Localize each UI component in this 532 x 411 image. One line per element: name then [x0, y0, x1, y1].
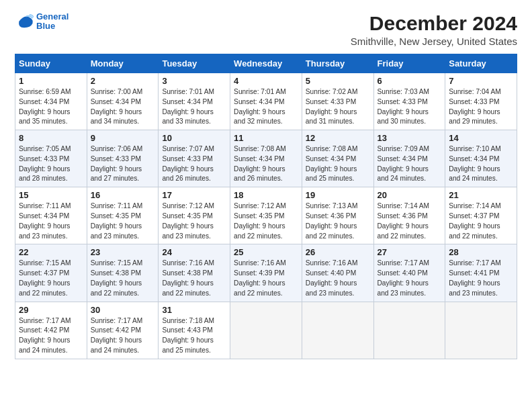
day-number: 4: [234, 76, 298, 86]
calendar-cell: 20 Sunrise: 7:14 AMSunset: 4:36 PMDaylig…: [373, 187, 445, 244]
subtitle: Smithville, New Jersey, United States: [351, 36, 517, 47]
calendar-cell: 26 Sunrise: 7:16 AMSunset: 4:40 PMDaylig…: [302, 244, 373, 302]
day-number: 29: [19, 305, 83, 315]
calendar-cell: 7 Sunrise: 7:04 AMSunset: 4:33 PMDayligh…: [445, 73, 517, 130]
day-info: Sunrise: 7:01 AMSunset: 4:34 PMDaylight:…: [162, 88, 214, 125]
col-wednesday: Wednesday: [230, 54, 302, 73]
day-info: Sunrise: 7:09 AMSunset: 4:34 PMDaylight:…: [378, 145, 430, 182]
calendar-cell: 6 Sunrise: 7:03 AMSunset: 4:33 PMDayligh…: [373, 73, 445, 130]
calendar-cell: [445, 302, 517, 359]
calendar-cell: 28 Sunrise: 7:17 AMSunset: 4:41 PMDaylig…: [445, 244, 517, 302]
calendar-cell: 10 Sunrise: 7:07 AMSunset: 4:33 PMDaylig…: [159, 130, 230, 187]
calendar-cell: 25 Sunrise: 7:16 AMSunset: 4:39 PMDaylig…: [230, 244, 302, 302]
calendar-cell: 27 Sunrise: 7:17 AMSunset: 4:40 PMDaylig…: [373, 244, 445, 302]
day-info: Sunrise: 7:07 AMSunset: 4:33 PMDaylight:…: [162, 145, 214, 182]
day-info: Sunrise: 7:16 AMSunset: 4:38 PMDaylight:…: [162, 259, 214, 296]
day-info: Sunrise: 7:04 AMSunset: 4:33 PMDaylight:…: [449, 88, 501, 125]
day-info: Sunrise: 7:16 AMSunset: 4:39 PMDaylight:…: [234, 259, 286, 296]
calendar-cell: 29 Sunrise: 7:17 AMSunset: 4:42 PMDaylig…: [15, 302, 87, 359]
day-info: Sunrise: 7:06 AMSunset: 4:33 PMDaylight:…: [91, 145, 143, 182]
calendar-cell: 31 Sunrise: 7:18 AMSunset: 4:43 PMDaylig…: [159, 302, 230, 359]
calendar-cell: 17 Sunrise: 7:12 AMSunset: 4:35 PMDaylig…: [159, 187, 230, 244]
logo-line1: General: [36, 11, 69, 21]
calendar-week-row: 1 Sunrise: 6:59 AMSunset: 4:34 PMDayligh…: [15, 73, 517, 130]
calendar-page: General Blue December 2024 Smithville, N…: [0, 0, 532, 411]
calendar-cell: 16 Sunrise: 7:11 AMSunset: 4:35 PMDaylig…: [87, 187, 159, 244]
day-info: Sunrise: 7:17 AMSunset: 4:41 PMDaylight:…: [449, 259, 501, 296]
day-info: Sunrise: 7:01 AMSunset: 4:34 PMDaylight:…: [234, 88, 286, 125]
calendar-cell: 14 Sunrise: 7:10 AMSunset: 4:34 PMDaylig…: [445, 130, 517, 187]
day-number: 19: [306, 190, 370, 200]
calendar-cell: [230, 302, 302, 359]
day-number: 12: [306, 133, 370, 143]
day-number: 27: [378, 247, 442, 257]
day-info: Sunrise: 7:14 AMSunset: 4:37 PMDaylight:…: [449, 202, 501, 239]
calendar-week-row: 8 Sunrise: 7:05 AMSunset: 4:33 PMDayligh…: [15, 130, 517, 187]
day-info: Sunrise: 7:02 AMSunset: 4:33 PMDaylight:…: [306, 88, 358, 125]
day-info: Sunrise: 7:16 AMSunset: 4:40 PMDaylight:…: [306, 259, 358, 296]
day-number: 2: [91, 76, 155, 86]
day-info: Sunrise: 7:17 AMSunset: 4:42 PMDaylight:…: [19, 317, 71, 354]
day-info: Sunrise: 7:15 AMSunset: 4:38 PMDaylight:…: [91, 259, 143, 296]
logo-line2: Blue: [36, 21, 55, 31]
day-number: 9: [91, 133, 155, 143]
calendar-cell: [302, 302, 373, 359]
day-number: 15: [19, 190, 83, 200]
calendar-cell: 19 Sunrise: 7:13 AMSunset: 4:36 PMDaylig…: [302, 187, 373, 244]
day-number: 6: [378, 76, 442, 86]
calendar-week-row: 29 Sunrise: 7:17 AMSunset: 4:42 PMDaylig…: [15, 302, 517, 359]
day-number: 25: [234, 247, 298, 257]
day-number: 18: [234, 190, 298, 200]
day-info: Sunrise: 7:14 AMSunset: 4:36 PMDaylight:…: [378, 202, 430, 239]
calendar-cell: 30 Sunrise: 7:17 AMSunset: 4:42 PMDaylig…: [87, 302, 159, 359]
day-number: 22: [19, 247, 83, 257]
day-number: 10: [162, 133, 226, 143]
col-friday: Friday: [373, 54, 445, 73]
day-number: 26: [306, 247, 370, 257]
calendar-cell: 24 Sunrise: 7:16 AMSunset: 4:38 PMDaylig…: [159, 244, 230, 302]
header: General Blue December 2024 Smithville, N…: [15, 12, 517, 47]
calendar-cell: [373, 302, 445, 359]
day-number: 11: [234, 133, 298, 143]
day-number: 20: [378, 190, 442, 200]
day-number: 31: [162, 305, 226, 315]
calendar-cell: 8 Sunrise: 7:05 AMSunset: 4:33 PMDayligh…: [15, 130, 87, 187]
day-number: 16: [91, 190, 155, 200]
logo-text: General Blue: [36, 12, 69, 32]
day-info: Sunrise: 7:11 AMSunset: 4:35 PMDaylight:…: [91, 202, 143, 239]
calendar-week-row: 22 Sunrise: 7:15 AMSunset: 4:37 PMDaylig…: [15, 244, 517, 302]
day-number: 14: [449, 133, 513, 143]
day-info: Sunrise: 7:18 AMSunset: 4:43 PMDaylight:…: [162, 317, 214, 354]
day-number: 13: [378, 133, 442, 143]
day-info: Sunrise: 7:03 AMSunset: 4:33 PMDaylight:…: [378, 88, 430, 125]
calendar-cell: 22 Sunrise: 7:15 AMSunset: 4:37 PMDaylig…: [15, 244, 87, 302]
calendar-cell: 9 Sunrise: 7:06 AMSunset: 4:33 PMDayligh…: [87, 130, 159, 187]
day-number: 24: [162, 247, 226, 257]
col-saturday: Saturday: [445, 54, 517, 73]
day-number: 5: [306, 76, 370, 86]
day-info: Sunrise: 7:13 AMSunset: 4:36 PMDaylight:…: [306, 202, 358, 239]
calendar-cell: 18 Sunrise: 7:12 AMSunset: 4:35 PMDaylig…: [230, 187, 302, 244]
calendar-cell: 5 Sunrise: 7:02 AMSunset: 4:33 PMDayligh…: [302, 73, 373, 130]
col-thursday: Thursday: [302, 54, 373, 73]
col-sunday: Sunday: [15, 54, 87, 73]
col-tuesday: Tuesday: [159, 54, 230, 73]
day-info: Sunrise: 7:12 AMSunset: 4:35 PMDaylight:…: [162, 202, 214, 239]
calendar-cell: 13 Sunrise: 7:09 AMSunset: 4:34 PMDaylig…: [373, 130, 445, 187]
day-info: Sunrise: 7:08 AMSunset: 4:34 PMDaylight:…: [306, 145, 358, 182]
calendar-cell: 21 Sunrise: 7:14 AMSunset: 4:37 PMDaylig…: [445, 187, 517, 244]
day-number: 8: [19, 133, 83, 143]
calendar-cell: 12 Sunrise: 7:08 AMSunset: 4:34 PMDaylig…: [302, 130, 373, 187]
day-info: Sunrise: 7:15 AMSunset: 4:37 PMDaylight:…: [19, 259, 71, 296]
calendar-cell: 2 Sunrise: 7:00 AMSunset: 4:34 PMDayligh…: [87, 73, 159, 130]
day-number: 1: [19, 76, 83, 86]
calendar-week-row: 15 Sunrise: 7:11 AMSunset: 4:34 PMDaylig…: [15, 187, 517, 244]
calendar-cell: 11 Sunrise: 7:08 AMSunset: 4:34 PMDaylig…: [230, 130, 302, 187]
day-number: 30: [91, 305, 155, 315]
main-title: December 2024: [351, 12, 517, 34]
day-info: Sunrise: 7:11 AMSunset: 4:34 PMDaylight:…: [19, 202, 71, 239]
day-info: Sunrise: 7:00 AMSunset: 4:34 PMDaylight:…: [91, 88, 143, 125]
day-info: Sunrise: 7:08 AMSunset: 4:34 PMDaylight:…: [234, 145, 286, 182]
calendar-cell: 4 Sunrise: 7:01 AMSunset: 4:34 PMDayligh…: [230, 73, 302, 130]
col-monday: Monday: [87, 54, 159, 73]
